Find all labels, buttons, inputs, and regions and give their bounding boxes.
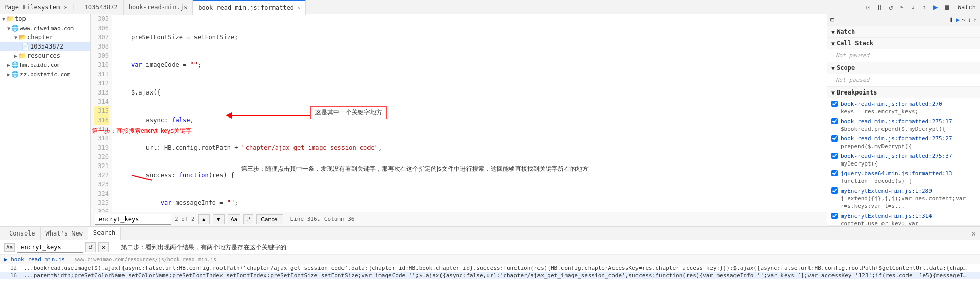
scope-arrow-icon: ▼ — [831, 65, 835, 71]
code-content: preSetFontSize = setFontSize; var imageC… — [112, 14, 827, 212]
breakpoint-item-1[interactable]: book-read-min.js:formatted:275:17 $bookr… — [827, 116, 980, 134]
step-into-icon[interactable]: ↓ — [909, 3, 918, 12]
breakpoint-checkbox-1[interactable] — [831, 118, 838, 124]
breakpoint-checkbox-0[interactable] — [831, 101, 838, 107]
file-icon: 📄 — [21, 43, 29, 50]
callstack-arrow-icon: ▼ — [831, 41, 835, 46]
more-icon[interactable]: » — [64, 4, 67, 11]
breakpoint-item-6[interactable]: myEncrytExtend-min.js:1:314 content.use_… — [827, 211, 980, 226]
breakpoints-arrow-icon: ▼ — [831, 90, 835, 96]
callstack-section: ▼ Call Stack Not paused — [827, 38, 980, 62]
callstack-section-header[interactable]: ▼ Call Stack — [827, 38, 980, 49]
folder-icon: 📁 — [6, 15, 14, 22]
domain-icon-baidu: 🌐 — [11, 61, 19, 68]
search-result-line-16[interactable]: 16 ...parentWidth;preSetColorName=setCol… — [0, 272, 980, 279]
resume-debugger-icon[interactable]: ▶ — [956, 16, 960, 24]
close-bottom-panel-icon[interactable]: ✕ — [972, 229, 976, 238]
filesystem-tab[interactable]: Filesystem — [23, 4, 60, 11]
breakpoint-item-0[interactable]: book-read-min.js:formatted:270 keys = re… — [827, 99, 980, 116]
right-panel: ⊡ ⏸ ▶ ↷ ↓ ↑ ▼ Watch ▼ Call Stack — [827, 14, 980, 226]
breakpoint-item-5[interactable]: myEncrytExtend-min.js:1:289 j=extend({j}… — [827, 186, 980, 211]
scope-section: ▼ Scope Not paused — [827, 62, 980, 87]
breakpoint-text-6: myEncrytExtend-min.js:1:314 content.use_… — [841, 212, 976, 226]
editor-search-bar: 2 of 2 ▲ ▼ Aa .* Cancel Line 316, Column… — [91, 212, 827, 226]
clear-search-button[interactable]: ✕ — [98, 242, 109, 252]
step3-annotation: 第三步：随便点击其中一条，发现没有看到关键字，那再次在这个指定的js文件中进行搜… — [239, 163, 591, 174]
search-result-line-12[interactable]: 12 ...bookread.useImage($).ajax({async:f… — [0, 264, 980, 272]
domain-icon-bdstatic: 🌐 — [11, 71, 19, 78]
file-tree: ▼ 📁 top ▼ 🌐 www.ciweimao.com ▼ 📂 chapter… — [0, 14, 91, 226]
breakpoint-checkbox-5[interactable] — [831, 187, 838, 194]
step-into-debug-icon[interactable]: ↓ — [968, 16, 971, 24]
tree-item-top[interactable]: ▼ 📁 top — [0, 14, 90, 24]
step-out-icon[interactable]: ↑ — [920, 3, 929, 12]
scope-content: Not paused — [827, 74, 980, 86]
step-out-debug-icon[interactable]: ↑ — [973, 16, 977, 24]
case-sensitive-search-icon[interactable]: Aa — [4, 243, 15, 252]
regex-button[interactable]: .* — [243, 214, 253, 224]
tab-close-icon[interactable]: ✕ — [297, 5, 300, 10]
watch-section-header[interactable]: ▼ Watch — [827, 26, 980, 37]
step2-annotation-text: 第二步：看到出现两个结果，有两个地方是存在这个关键字的 — [121, 243, 286, 252]
tree-item-ciweimao[interactable]: ▼ 🌐 www.ciweimao.com — [0, 24, 90, 33]
resume-blue-icon[interactable]: ▶ — [931, 3, 940, 12]
tree-item-103543872[interactable]: 📄 103543872 — [0, 42, 90, 51]
tab-103543872[interactable]: 103543872 — [80, 0, 124, 15]
breakpoint-text-2: book-read-min.js:formatted:275:27 prepen… — [841, 135, 952, 150]
watch-label: Watch — [958, 4, 976, 11]
search-prev-button[interactable]: ▲ — [198, 214, 210, 224]
watch-section: ▼ Watch — [827, 26, 980, 38]
breakpoint-checkbox-2[interactable] — [831, 135, 838, 142]
pause-icon[interactable]: ⏸ — [875, 3, 884, 12]
domain-icon: 🌐 — [11, 25, 19, 32]
breakpoints-label: Breakpoints — [837, 89, 877, 96]
breakpoint-text-1: book-read-min.js:formatted:275:17 $bookr… — [841, 118, 952, 133]
tree-item-resources[interactable]: ▶ 📁 resources — [0, 51, 90, 60]
folder-open-icon: 📂 — [18, 34, 26, 41]
callstack-content: Not paused — [827, 49, 980, 62]
breakpoint-item-4[interactable]: jquery.base64.min.js:formatted:13 functi… — [827, 169, 980, 186]
breakpoint-text-0: book-read-min.js:formatted:270 keys = re… — [841, 100, 942, 115]
tab-book-read-min-formatted[interactable]: book-read-min.js:formatted ✕ — [193, 0, 306, 15]
tab-book-read-min[interactable]: book-read-min.js — [124, 0, 193, 15]
breakpoints-section: ▼ Breakpoints book-read-min.js:formatted… — [827, 87, 980, 226]
case-sensitive-button[interactable]: Aa — [228, 214, 240, 224]
tree-item-bdstatic[interactable]: ▶ 🌐 zz.bdstatic.com — [0, 69, 90, 79]
refresh-search-button[interactable]: ↺ — [85, 242, 96, 252]
breakpoint-list: book-read-min.js:formatted:270 keys = re… — [827, 98, 980, 226]
bottom-search-input[interactable] — [17, 242, 83, 253]
callstack-label: Call Stack — [837, 40, 873, 47]
tab-search[interactable]: Search — [88, 227, 121, 240]
search-count: 2 of 2 — [175, 216, 195, 222]
refresh-icon[interactable]: ↺ — [886, 3, 895, 12]
tab-whats-new[interactable]: What's New — [41, 227, 88, 240]
watch-label-text: Watch — [837, 28, 855, 35]
step-over-icon[interactable]: ↷ — [897, 3, 906, 12]
page-tab[interactable]: Page — [4, 4, 19, 11]
search-next-button[interactable]: ▼ — [213, 214, 225, 224]
pause-debugger-icon[interactable]: ⏸ — [948, 16, 954, 24]
tab-console[interactable]: Console — [4, 227, 41, 240]
tree-item-baidu[interactable]: ▶ 🌐 hm.baidu.com — [0, 60, 90, 69]
cancel-search-button[interactable]: Cancel — [256, 214, 283, 224]
breakpoint-checkbox-4[interactable] — [831, 170, 838, 176]
top-toolbar: Page Filesystem » | 103543872 book-read-… — [0, 0, 980, 14]
debugger-icon[interactable]: ⊡ — [830, 16, 834, 24]
breakpoint-checkbox-3[interactable] — [831, 153, 838, 159]
breakpoint-text-5: myEncrytExtend-min.js:1:289 j=extend({j}… — [841, 187, 976, 210]
breakpoint-item-2[interactable]: book-read-min.js:formatted:275:27 prepen… — [827, 134, 980, 151]
step-over-debug-icon[interactable]: ↷ — [962, 16, 965, 24]
breakpoint-item-3[interactable]: book-read-min.js:formatted:275:37 myDecr… — [827, 151, 980, 169]
tree-item-chapter[interactable]: ▼ 📂 chapter — [0, 33, 90, 42]
deactivate-icon[interactable]: ⏹ — [942, 3, 951, 12]
breakpoints-section-header[interactable]: ▼ Breakpoints — [827, 87, 980, 98]
editor-search-input[interactable] — [95, 214, 172, 225]
scope-section-header[interactable]: ▼ Scope — [827, 62, 980, 74]
breakpoint-checkbox-6[interactable] — [831, 213, 838, 219]
tooltip-annotation: 这是其中一个关键字地方 — [310, 106, 387, 119]
folder-icon-resources: 📁 — [18, 52, 26, 59]
bottom-panel: Console What's New Search ✕ Aa ↺ ✕ 第二步：看… — [0, 226, 980, 305]
step1-annotation: 第一步：直接搜索encryt_keys关键字 — [92, 127, 174, 135]
search-result-file-0[interactable]: ▶ book-read-min.js — www.ciweimao.com/re… — [0, 255, 980, 264]
pin-icon[interactable]: ⊡ — [864, 3, 873, 12]
